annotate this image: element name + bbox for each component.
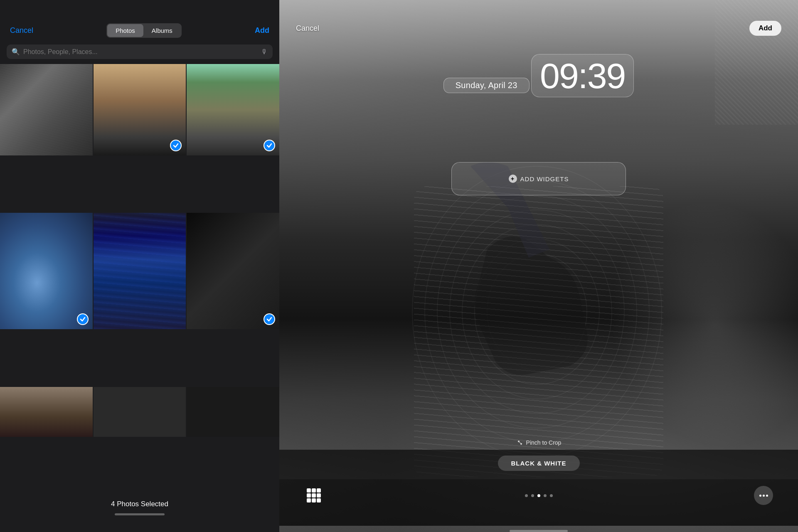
selected-checkmark-3: [264, 140, 275, 151]
plus-icon: +: [509, 175, 517, 183]
date-pill: Sunday, April 23: [443, 78, 530, 93]
page-dot-2: [531, 494, 534, 497]
page-indicators: [525, 494, 553, 497]
page-dot-3: [537, 494, 540, 497]
selected-count-label: 4 Photos Selected: [10, 500, 269, 508]
svg-point-8: [520, 443, 522, 445]
picker-top-bar: Cancel Photos Albums Add: [0, 0, 279, 44]
more-dot: [763, 495, 765, 497]
wallpaper-preview-panel: Cancel Add Sunday, April 23 09:39 + ADD …: [279, 0, 798, 532]
datetime-overlay: Sunday, April 23 09:39: [435, 54, 643, 97]
wallpaper-top-bar: Cancel Add: [279, 0, 798, 42]
grid-dot: [307, 498, 311, 502]
time-pill: 09:39: [531, 54, 634, 97]
selected-checkmark-6: [264, 313, 275, 325]
time-text: 09:39: [540, 56, 625, 96]
photo-cell-3[interactable]: [187, 64, 279, 155]
more-options-button[interactable]: [754, 486, 773, 505]
wallpaper-bottom-controls: Pinch to Crop BLACK & WHITE: [279, 439, 798, 532]
pinch-hint: Pinch to Crop: [279, 439, 798, 450]
more-dot: [759, 495, 761, 497]
wallpaper-action-bar: [279, 479, 798, 526]
svg-point-7: [518, 441, 520, 442]
grid-dot: [307, 488, 311, 493]
segment-control: Photos Albums: [106, 23, 182, 38]
grid-icon: [307, 488, 321, 502]
search-icon: 🔍: [12, 48, 20, 56]
grid-dot: [312, 498, 316, 502]
albums-tab[interactable]: Albums: [143, 24, 181, 37]
photo-cell-8[interactable]: [94, 387, 186, 437]
grid-view-button[interactable]: [304, 486, 323, 505]
home-indicator-right: [510, 530, 568, 532]
selected-checkmark-4: [77, 313, 89, 325]
photo-cell-6[interactable]: [187, 213, 279, 329]
photo-cell-2[interactable]: [94, 64, 186, 155]
microphone-icon[interactable]: 🎙: [261, 48, 268, 56]
picker-bottom-bar: 4 Photos Selected: [0, 493, 279, 532]
photo-cell-5[interactable]: [94, 213, 186, 329]
grid-dot: [317, 493, 321, 498]
date-text: Sunday, April 23: [456, 81, 517, 90]
photo-cell-7[interactable]: [0, 387, 93, 437]
widget-add-content: + ADD WIDGETS: [509, 175, 569, 183]
more-dot: [766, 495, 768, 497]
grid-dot: [312, 488, 316, 493]
picker-add-button[interactable]: Add: [255, 26, 269, 35]
photo-picker-panel: Cancel Photos Albums Add 🔍 🎙: [0, 0, 279, 532]
picker-cancel-button[interactable]: Cancel: [10, 26, 33, 35]
add-widgets-button[interactable]: + ADD WIDGETS: [451, 162, 626, 195]
widget-add-label: ADD WIDGETS: [520, 175, 569, 182]
photo-grid: [0, 64, 279, 493]
page-dot-1: [525, 494, 528, 497]
page-dot-4: [544, 494, 547, 497]
photo-cell-4[interactable]: [0, 213, 93, 329]
page-dot-5: [550, 494, 553, 497]
search-input[interactable]: [23, 48, 258, 56]
more-dots-icon: [759, 495, 768, 497]
wallpaper-add-button[interactable]: Add: [749, 21, 781, 36]
photo-cell-1[interactable]: [0, 64, 93, 155]
filter-label-bar: BLACK & WHITE: [279, 450, 798, 479]
wallpaper-cancel-button[interactable]: Cancel: [296, 24, 319, 33]
pinch-icon: [516, 439, 524, 446]
filter-name-label: BLACK & WHITE: [498, 456, 580, 471]
svg-line-9: [519, 442, 520, 443]
photos-tab[interactable]: Photos: [107, 24, 143, 37]
selected-checkmark-2: [170, 140, 182, 151]
photo-cell-9[interactable]: [187, 387, 279, 437]
search-bar: 🔍 🎙: [7, 44, 273, 59]
grid-dot: [307, 493, 311, 498]
grid-dot: [317, 498, 321, 502]
grid-dot: [317, 488, 321, 493]
grid-dot: [312, 493, 316, 498]
pinch-text: Pinch to Crop: [526, 439, 562, 446]
home-indicator: [115, 513, 165, 515]
